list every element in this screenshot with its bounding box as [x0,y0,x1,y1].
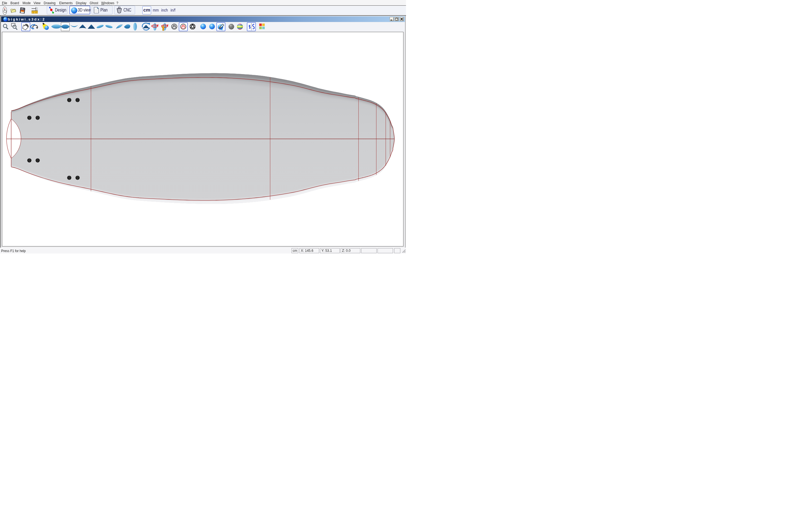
svg-text:1: 1 [33,11,34,13]
svg-text:0: 0 [36,11,37,13]
